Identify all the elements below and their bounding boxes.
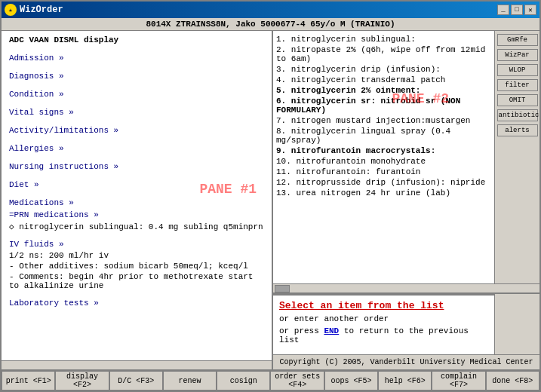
copyright-bar: Copyright (C) 2005, Vanderbilt Universit… — [273, 354, 539, 369]
sidebar-item-diagnosis[interactable]: Diagnosis » — [6, 70, 267, 82]
order-item-11[interactable]: 11. nitrofurantoin: furantoin — [276, 167, 491, 177]
left-pane: ADC VAAN DISML display Admission » Diagn… — [2, 31, 273, 369]
order-item-9[interactable]: 9. nitrofurantoin macrocrystals: — [276, 145, 491, 156]
title-bar-left: ★ WizOrder — [5, 4, 63, 16]
order-item-10[interactable]: 10. nitrofurantoin monohydrate — [276, 156, 491, 167]
minimize-button[interactable]: _ — [497, 5, 509, 15]
cosign-button[interactable]: cosign — [217, 371, 270, 390]
order-list: 1. nitroglycerin sublingual: 2. nitropas… — [276, 34, 491, 198]
wizpar-button[interactable]: WizPar — [497, 49, 538, 61]
iv-item-2: - Comments: begin 4hr prior to methotrex… — [6, 271, 267, 291]
title-controls: _ □ ✕ — [497, 5, 536, 15]
omit-button[interactable]: OMIT — [497, 94, 538, 106]
sidebar-item-allergies[interactable]: Allergies » — [6, 142, 267, 155]
toolbar: print <F1> display <F2> D/C <F3> renew c… — [2, 369, 539, 390]
prn-item: ◇ nitroglycerin sublingual: 0.4 mg subli… — [6, 221, 267, 232]
main-window: ★ WizOrder _ □ ✕ 8014X ZTRAINSS8N, Jako … — [0, 0, 541, 392]
sidebar-item-admission[interactable]: Admission » — [6, 52, 267, 64]
iv-item-0: 1/2 ns: 200 ml/hr iv — [6, 250, 267, 261]
title-bar: ★ WizOrder _ □ ✕ — [2, 2, 539, 18]
app-icon: ★ — [5, 4, 17, 16]
done-button[interactable]: done <F8> — [486, 371, 539, 390]
adc-header: ADC VAAN DISML display — [6, 34, 267, 46]
select-item-text: Select an item from the list — [279, 300, 488, 311]
complain-button[interactable]: complain <F7> — [432, 371, 485, 390]
order-item-12[interactable]: 12. nitroprusside drip (infusion): nipri… — [276, 177, 491, 188]
maximize-button[interactable]: □ — [511, 5, 523, 15]
order-sets-button[interactable]: order sets <F4> — [270, 371, 324, 390]
left-scrollbar[interactable] — [2, 360, 272, 369]
order-list-area: 1. nitroglycerin sublingual: 2. nitropas… — [273, 31, 494, 283]
right-pane: 1. nitroglycerin sublingual: 2. nitropas… — [273, 31, 539, 369]
order-item-2[interactable]: 2. nitropaste 2% (q6h, wipe off from 12m… — [276, 44, 491, 64]
sidebar-item-medications[interactable]: Medications » — [6, 197, 267, 209]
order-item-13[interactable]: 13. urea nitrogen 24 hr urine (lab) — [276, 188, 491, 198]
sidebar-item-condition[interactable]: Condition » — [6, 88, 267, 100]
pane1-label: PANE #1 — [199, 182, 257, 197]
display-button[interactable]: display <F2> — [55, 371, 109, 390]
iv-item-1: - Other additives: sodium bicarb 50meq/l… — [6, 261, 267, 271]
help-button[interactable]: help <F6> — [378, 371, 432, 390]
right-sidebar: GmRfe WizPar WLOP filter OMIT antibiotic… — [494, 31, 539, 283]
or-text-1: or enter another order — [279, 314, 488, 323]
end-link[interactable]: END — [324, 326, 339, 335]
close-button[interactable]: ✕ — [524, 5, 536, 15]
or-text-2: or press END to return to the previous l… — [279, 326, 488, 345]
gmrfe-button[interactable]: GmRfe — [497, 34, 538, 46]
window-title: WizOrder — [20, 5, 63, 15]
oops-button[interactable]: oops <F5> — [324, 371, 378, 390]
alerts-button[interactable]: alerts — [497, 124, 538, 136]
renew-button[interactable]: renew — [163, 371, 217, 390]
main-area: ADC VAAN DISML display Admission » Diagn… — [2, 31, 539, 369]
sidebar-item-vital-signs[interactable]: Vital signs » — [6, 106, 267, 118]
copyright-text: Copyright (C) 2005, Vanderbilt Universit… — [279, 358, 533, 366]
dc-button[interactable]: D/C <F3> — [109, 371, 163, 390]
order-item-7[interactable]: 7. nitrogen mustard injection:mustargen — [276, 115, 491, 126]
order-item-3[interactable]: 3. nitroglycerin drip (infusion): — [276, 64, 491, 75]
print-button[interactable]: print <F1> — [2, 371, 55, 390]
patient-info: 8014X ZTRAINSS8N, Jako 5000677-4 65y/o M… — [146, 20, 395, 29]
left-pane-content: ADC VAAN DISML display Admission » Diagn… — [2, 31, 272, 360]
pane2-label: PANE #2 — [392, 91, 449, 106]
order-item-8[interactable]: 8. nitroglycerin lingual spray (0.4 mg/s… — [276, 126, 491, 145]
patient-bar: 8014X ZTRAINSS8N, Jako 5000677-4 65y/o M… — [2, 18, 539, 31]
order-item-5[interactable]: 5. nitroglycerin 2% ointment: — [276, 85, 491, 96]
order-item-4[interactable]: 4. nitroglycerin transdermal patch — [276, 75, 491, 85]
sidebar-item-iv-fluids[interactable]: IV fluids » — [6, 238, 267, 250]
sidebar-item-activity[interactable]: Activity/limitations » — [6, 124, 267, 136]
filter-button[interactable]: filter — [497, 79, 538, 91]
order-item-6[interactable]: 6. nitroglycerin sr: nitrobid sr (NON FO… — [276, 96, 491, 115]
instruction-area: Select an item from the list or enter an… — [273, 294, 494, 354]
sidebar-item-lab[interactable]: Laboratory tests » — [6, 297, 267, 309]
order-item-1[interactable]: 1. nitroglycerin sublingual: — [276, 34, 491, 44]
sidebar-item-prn-meds[interactable]: =PRN medications » — [6, 209, 267, 221]
right-scrollbar[interactable] — [273, 283, 539, 292]
right-sidebar-bottom — [494, 294, 539, 354]
sidebar-item-nursing[interactable]: Nursing instructions » — [6, 161, 267, 173]
antibiotics-button[interactable]: antibiotics — [497, 109, 538, 121]
wlop-button[interactable]: WLOP — [497, 64, 538, 76]
